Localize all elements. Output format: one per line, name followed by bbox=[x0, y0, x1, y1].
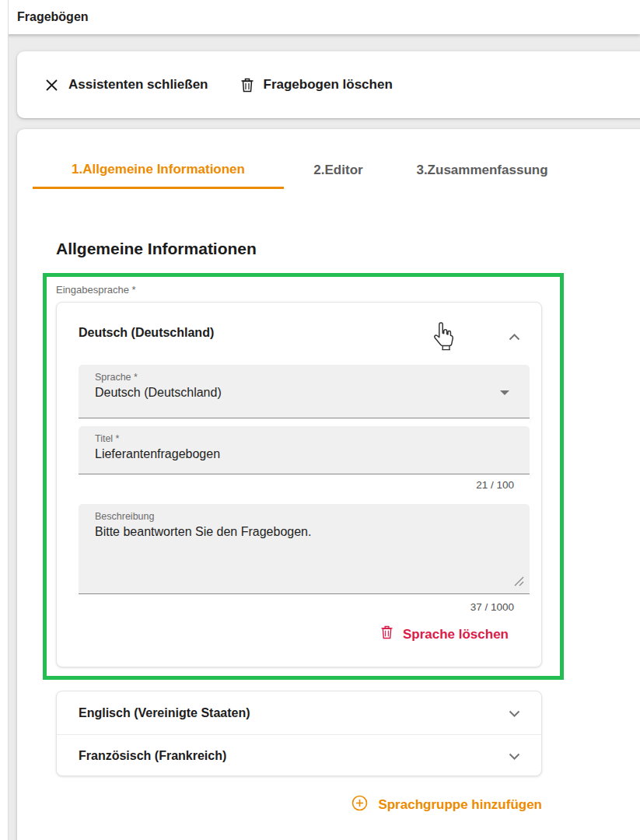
description-char-counter: 37 / 1000 bbox=[79, 601, 514, 613]
description-textarea[interactable]: Beschreibung Bitte beantworten Sie den F… bbox=[79, 504, 530, 594]
language-select-label: Sprache * bbox=[95, 372, 517, 383]
language-panel-french[interactable]: Französisch (Frankreich) bbox=[57, 734, 541, 777]
wizard-step-tabs: 1.Allgemeine Informationen 2.Editor 3.Zu… bbox=[33, 152, 558, 189]
description-label: Beschreibung bbox=[95, 511, 517, 522]
tab-summary[interactable]: 3.Zusammenfassung bbox=[407, 152, 558, 189]
tab-general-information[interactable]: 1.Allgemeine Informationen bbox=[33, 152, 284, 189]
delete-questionnaire-button[interactable]: Fragebogen löschen bbox=[241, 77, 393, 93]
chevron-up-icon[interactable] bbox=[509, 330, 520, 344]
add-language-group-row: Sprachgruppe hinzufügen bbox=[56, 795, 542, 815]
wizard-toolbar: Assistenten schließen Fragebogen löschen bbox=[17, 51, 640, 118]
collapsed-side-rail bbox=[0, 0, 9, 840]
delete-language-label: Sprache löschen bbox=[403, 627, 509, 642]
chevron-down-icon[interactable] bbox=[509, 706, 520, 720]
wizard-content-card: 1.Allgemeine Informationen 2.Editor 3.Zu… bbox=[17, 129, 640, 840]
tab-editor[interactable]: 2.Editor bbox=[303, 152, 373, 189]
resize-grip-icon[interactable] bbox=[514, 576, 524, 590]
add-language-group-label: Sprachgruppe hinzufügen bbox=[378, 797, 542, 813]
language-select[interactable]: Sprache * Deutsch (Deutschland) bbox=[79, 365, 530, 418]
delete-questionnaire-label: Fragebogen löschen bbox=[264, 77, 393, 93]
trash-icon bbox=[241, 78, 254, 93]
language-panel-german: Deutsch (Deutschland) Sprache * Deutsch … bbox=[56, 302, 542, 667]
plus-circle-icon bbox=[351, 795, 368, 815]
section-heading: Allgemeine Informationen bbox=[56, 240, 257, 258]
add-language-group-button[interactable]: Sprachgruppe hinzufügen bbox=[351, 795, 542, 815]
description-value: Bitte beantworten Sie den Fragebogen. bbox=[95, 525, 517, 539]
collapsed-language-panels: Englisch (Vereinigte Staaten) Französisc… bbox=[56, 691, 542, 776]
language-panel-title: Französisch (Frankreich) bbox=[79, 749, 509, 763]
language-panel-title: Englisch (Vereinigte Staaten) bbox=[79, 706, 509, 720]
title-input-label: Titel * bbox=[95, 433, 517, 444]
language-panel-english[interactable]: Englisch (Vereinigte Staaten) bbox=[57, 691, 541, 734]
close-wizard-label: Assistenten schließen bbox=[68, 77, 208, 93]
input-language-highlight-box: Eingabesprache * Deutsch (Deutschland) S… bbox=[43, 273, 564, 680]
language-select-value: Deutsch (Deutschland) bbox=[95, 386, 517, 400]
language-panel-title[interactable]: Deutsch (Deutschland) bbox=[79, 326, 214, 340]
close-wizard-button[interactable]: Assistenten schließen bbox=[45, 77, 208, 93]
page-title: Fragebögen bbox=[17, 10, 89, 24]
dropdown-arrow-icon[interactable] bbox=[500, 390, 509, 395]
title-char-counter: 21 / 100 bbox=[79, 479, 514, 491]
close-icon bbox=[45, 79, 58, 92]
input-language-label: Eingabesprache * bbox=[56, 284, 136, 296]
delete-language-button[interactable]: Sprache löschen bbox=[381, 625, 509, 643]
title-input-value: Lieferantenfragebogen bbox=[95, 447, 517, 461]
chevron-down-icon[interactable] bbox=[509, 749, 520, 763]
app-header: Fragebögen bbox=[0, 0, 640, 34]
title-input[interactable]: Titel * Lieferantenfragebogen bbox=[79, 426, 530, 474]
trash-icon-red bbox=[381, 625, 393, 643]
